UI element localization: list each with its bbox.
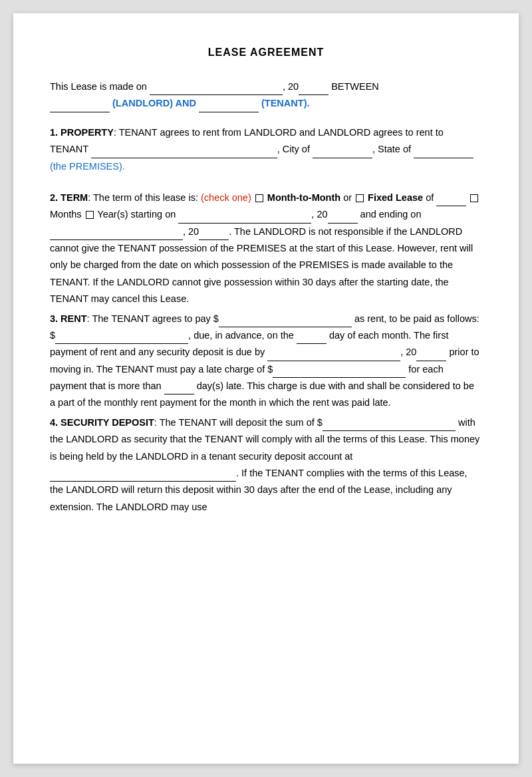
section3-text3: , due, in advance, on the xyxy=(188,330,297,341)
intro-landlord-blank xyxy=(50,102,110,112)
section3-text1: : The TENANT agrees to pay $ xyxy=(87,313,219,324)
section2-text1: : The term of this lease is: xyxy=(88,192,201,203)
section2-checkbox-months[interactable] xyxy=(470,194,478,202)
section2-duration-blank xyxy=(436,196,466,206)
section-term: 2. TERM: The term of this lease is: (che… xyxy=(50,190,482,308)
section2-of-label: of xyxy=(423,192,436,203)
intro-year-blank xyxy=(299,84,329,95)
intro-line1-pre: This Lease is made on xyxy=(50,81,147,92)
section1-state-label: , State of xyxy=(372,144,414,154)
section2-checkbox-years[interactable] xyxy=(86,211,94,219)
section2-20-1: 20 xyxy=(317,209,327,220)
section2-comma1: , xyxy=(311,209,314,220)
section2-start-year-blank xyxy=(328,213,358,224)
intro-comma: , 20 xyxy=(283,81,299,92)
section1-state-blank xyxy=(414,148,473,158)
section3-first-payment-blank xyxy=(267,351,400,361)
section2-checkbox-fixed[interactable] xyxy=(356,194,364,202)
section3-days-late-blank xyxy=(164,384,194,394)
section2-start-blank xyxy=(178,213,311,224)
intro-between: BETWEEN xyxy=(331,81,379,92)
intro-block: This Lease is made on , 20 BETWEEN (LAND… xyxy=(50,78,482,112)
section1-number: 1. PROPERTY xyxy=(50,127,114,138)
document-title: LEASE AGREEMENT xyxy=(50,47,482,59)
intro-date-blank xyxy=(150,84,283,95)
section-property: 1. PROPERTY: TENANT agrees to rent from … xyxy=(50,124,482,175)
section3-text5: , 20 xyxy=(400,347,416,357)
section2-months-label: Months xyxy=(50,209,84,220)
section2-space1 xyxy=(251,192,254,203)
document-page: LEASE AGREEMENT This Lease is made on , … xyxy=(13,13,519,764)
section1-city-label: , City of xyxy=(277,144,313,154)
section-security-deposit: 4. SECURITY DEPOSIT: The TENANT will dep… xyxy=(50,414,482,516)
section2-space2 xyxy=(466,192,469,203)
section4-number: 4. SECURITY DEPOSIT xyxy=(50,417,154,428)
section2-month-label: Month-to-Month xyxy=(265,192,340,203)
section1-premises-label: (the PREMISES). xyxy=(50,161,125,172)
section3-late-charge-blank xyxy=(273,367,406,378)
section3-rent-amount-blank xyxy=(55,333,188,344)
section3-year-blank xyxy=(416,351,446,361)
section3-rent-total-blank xyxy=(219,317,352,327)
section2-end-year-blank xyxy=(199,230,229,240)
section4-text1: : The TENANT will deposit the sum of $ xyxy=(154,417,323,428)
section2-checkbox-month[interactable] xyxy=(255,194,263,202)
section2-fixed-label: Fixed Lease xyxy=(368,192,423,203)
section2-end-blank xyxy=(50,230,183,240)
section3-number: 3. RENT xyxy=(50,313,87,324)
section2-and-ending: and ending on xyxy=(358,209,422,220)
section2-number: 2. TERM xyxy=(50,192,88,203)
section1-property-blank xyxy=(91,148,277,158)
intro-tenant-label: (TENANT). xyxy=(261,98,310,108)
section4-deposit-blank xyxy=(323,420,456,431)
section4-account-blank xyxy=(50,471,236,482)
intro-landlord-label: (LANDLORD) AND xyxy=(112,98,199,108)
section2-or-label: or xyxy=(340,192,354,203)
section2-check-one: (check one) xyxy=(201,192,251,203)
section2-years-label: Year(s) starting on xyxy=(95,209,179,220)
section1-city-blank xyxy=(313,148,372,158)
section-rent: 3. RENT: The TENANT agrees to pay $ as r… xyxy=(50,311,482,412)
section2-comma2: , 20 xyxy=(183,226,199,237)
section3-day-blank xyxy=(297,333,327,344)
intro-tenant-blank xyxy=(199,102,259,112)
